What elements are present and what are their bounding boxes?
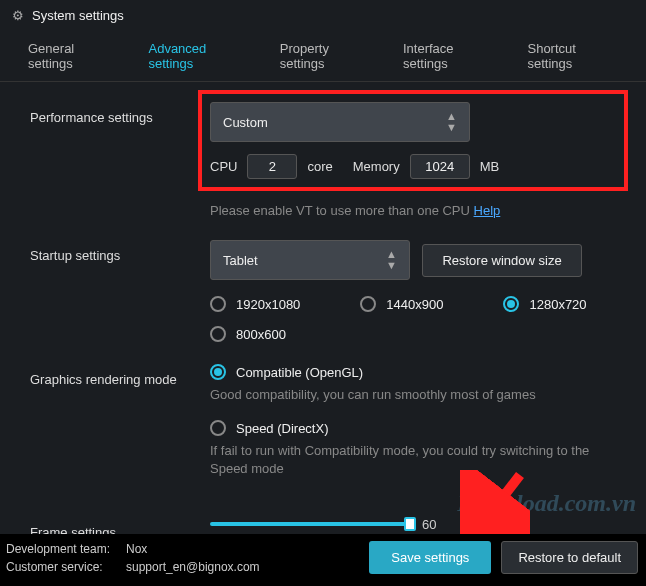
resolution-1440x900[interactable]: 1440x900 bbox=[360, 296, 443, 312]
startup-mode-value: Tablet bbox=[223, 253, 258, 268]
window-title: System settings bbox=[32, 8, 124, 23]
startup-label: Startup settings bbox=[30, 240, 210, 342]
resolution-1920x1080[interactable]: 1920x1080 bbox=[210, 296, 300, 312]
help-link[interactable]: Help bbox=[474, 203, 501, 218]
radio-icon bbox=[210, 326, 226, 342]
chevron-updown-icon: ▲▼ bbox=[446, 111, 457, 133]
startup-mode-select[interactable]: Tablet ▲▼ bbox=[210, 240, 410, 280]
performance-label: Performance settings bbox=[30, 102, 210, 218]
restore-window-button[interactable]: Restore window size bbox=[422, 244, 582, 277]
radio-icon bbox=[210, 364, 226, 380]
dev-team-label: Development team: bbox=[6, 542, 126, 556]
speed-desc: If fail to run with Compatibility mode, … bbox=[210, 442, 616, 478]
tab-property[interactable]: Property settings bbox=[264, 31, 387, 81]
cpu-label: CPU bbox=[210, 159, 237, 174]
fps-value: 60 bbox=[422, 517, 436, 532]
core-label: core bbox=[307, 159, 332, 174]
tab-general[interactable]: General settings bbox=[12, 31, 132, 81]
customer-service-value: support_en@bignox.com bbox=[126, 560, 260, 574]
radio-icon bbox=[210, 420, 226, 436]
radio-icon bbox=[210, 296, 226, 312]
chevron-updown-icon: ▲▼ bbox=[386, 249, 397, 271]
radio-icon bbox=[503, 296, 519, 312]
customer-service-label: Customer service: bbox=[6, 560, 126, 574]
tabs-bar: General settings Advanced settings Prope… bbox=[0, 31, 646, 82]
graphics-label: Graphics rendering mode bbox=[30, 364, 210, 495]
memory-label: Memory bbox=[353, 159, 400, 174]
graphics-compatible[interactable]: Compatible (OpenGL) bbox=[210, 364, 616, 380]
tab-shortcut[interactable]: Shortcut settings bbox=[511, 31, 634, 81]
graphics-speed[interactable]: Speed (DirectX) bbox=[210, 420, 616, 436]
highlight-box: Custom ▲▼ CPU 2 core Memory 1024 MB bbox=[198, 90, 628, 191]
vt-hint: Please enable VT to use more than one CP… bbox=[210, 203, 616, 218]
slider-thumb[interactable] bbox=[404, 517, 416, 531]
tab-interface[interactable]: Interface settings bbox=[387, 31, 512, 81]
memory-input[interactable]: 1024 bbox=[410, 154, 470, 179]
performance-mode-select[interactable]: Custom ▲▼ bbox=[210, 102, 470, 142]
fps-slider[interactable] bbox=[210, 522, 410, 526]
gear-icon: ⚙ bbox=[12, 8, 24, 23]
cpu-input[interactable]: 2 bbox=[247, 154, 297, 179]
restore-default-button[interactable]: Restore to default bbox=[501, 541, 638, 574]
radio-icon bbox=[360, 296, 376, 312]
performance-mode-value: Custom bbox=[223, 115, 268, 130]
resolution-1280x720[interactable]: 1280x720 bbox=[503, 296, 586, 312]
footer: Development team: Nox Customer service: … bbox=[0, 534, 646, 586]
dev-team-value: Nox bbox=[126, 542, 147, 556]
window-header: ⚙ System settings bbox=[0, 0, 646, 31]
mb-label: MB bbox=[480, 159, 500, 174]
resolution-800x600[interactable]: 800x600 bbox=[210, 326, 286, 342]
save-settings-button[interactable]: Save settings bbox=[369, 541, 491, 574]
tab-advanced[interactable]: Advanced settings bbox=[132, 31, 263, 81]
compatible-desc: Good compatibility, you can run smoothly… bbox=[210, 386, 616, 404]
